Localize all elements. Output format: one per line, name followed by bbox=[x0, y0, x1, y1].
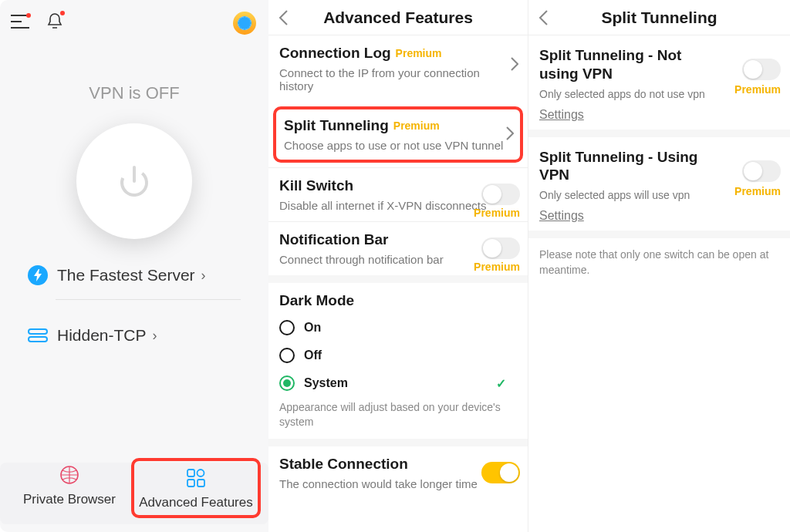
vpn-status: VPN is OFF bbox=[0, 83, 268, 103]
premium-badge: Premium bbox=[396, 47, 442, 59]
not-using-vpn-toggle[interactable] bbox=[742, 59, 781, 80]
dark-mode-group: Dark Mode On Off System✓ Appearance will… bbox=[268, 275, 528, 439]
globe-icon bbox=[59, 464, 80, 486]
protocol-label: Hidden-TCP bbox=[57, 326, 147, 345]
svg-rect-3 bbox=[29, 337, 47, 342]
split-header: Split Tunneling bbox=[528, 0, 790, 35]
bottom-bar: Private Browser Advanced Features bbox=[0, 458, 268, 518]
grid-icon bbox=[185, 467, 207, 489]
svg-rect-7 bbox=[187, 480, 194, 487]
stable-connection-row: Stable Connection The connection would t… bbox=[268, 439, 528, 500]
stable-connection-toggle[interactable] bbox=[481, 462, 520, 483]
home-topbar bbox=[0, 0, 268, 35]
darkmode-on[interactable]: On bbox=[279, 314, 517, 342]
darkmode-hint: Appearance will adjust based on your dev… bbox=[279, 400, 517, 429]
notification-bar-toggle[interactable] bbox=[481, 237, 520, 259]
power-button[interactable] bbox=[76, 123, 192, 239]
private-browser-button[interactable]: Private Browser bbox=[8, 458, 131, 518]
notification-bar-row: Notification Bar Connect through notific… bbox=[268, 221, 528, 275]
back-button[interactable] bbox=[538, 9, 549, 29]
chevron-right-icon: › bbox=[153, 328, 157, 344]
svg-rect-5 bbox=[187, 470, 194, 476]
kill-switch-toggle[interactable] bbox=[481, 184, 520, 205]
premium-label: Premium bbox=[734, 185, 781, 197]
check-icon: ✓ bbox=[496, 376, 506, 391]
split-tunneling-pane: Split Tunneling Split Tunneling - Not us… bbox=[528, 0, 790, 532]
page-title: Advanced Features bbox=[323, 1, 473, 35]
bell-icon[interactable] bbox=[46, 12, 63, 34]
svg-point-6 bbox=[198, 470, 204, 476]
svg-rect-2 bbox=[29, 329, 47, 334]
split-tunneling-row[interactable]: Split Tunneling Premium Choose apps to u… bbox=[273, 106, 523, 163]
advanced-features-button[interactable]: Advanced Features bbox=[131, 458, 261, 518]
back-button[interactable] bbox=[278, 9, 289, 29]
avatar[interactable] bbox=[233, 12, 256, 35]
connection-log-row[interactable]: Connection Log Premium Connect to the IP… bbox=[268, 35, 528, 102]
kill-switch-row: Kill Switch Disable all internet if X-VP… bbox=[268, 167, 528, 221]
menu-icon[interactable] bbox=[11, 15, 29, 32]
advanced-features-pane: Advanced Features Connection Log Premium… bbox=[268, 0, 528, 532]
chevron-right-icon: › bbox=[201, 268, 206, 284]
using-vpn-toggle[interactable] bbox=[742, 160, 781, 182]
private-browser-label: Private Browser bbox=[11, 492, 128, 507]
premium-label: Premium bbox=[734, 83, 781, 96]
home-pane: VPN is OFF The Fastest Server › Hidden-T… bbox=[0, 0, 268, 532]
svg-rect-8 bbox=[198, 480, 204, 487]
chevron-right-icon bbox=[511, 57, 518, 74]
protocol-icon bbox=[28, 328, 48, 343]
advanced-header: Advanced Features bbox=[268, 0, 528, 35]
advanced-features-label: Advanced Features bbox=[137, 495, 255, 510]
chevron-right-icon bbox=[506, 126, 514, 143]
server-row[interactable]: The Fastest Server › bbox=[0, 265, 268, 285]
not-using-vpn-row: Split Tunneling - Not using VPN Only sel… bbox=[528, 35, 790, 137]
settings-link[interactable]: Settings bbox=[539, 108, 584, 122]
premium-label: Premium bbox=[474, 207, 520, 219]
split-note: Please note that only one switch can be … bbox=[528, 238, 790, 287]
premium-label: Premium bbox=[474, 261, 520, 273]
using-vpn-row: Split Tunneling - Using VPN Only selecte… bbox=[528, 137, 790, 239]
darkmode-system[interactable]: System✓ bbox=[279, 369, 517, 397]
premium-badge: Premium bbox=[393, 120, 440, 132]
bolt-icon bbox=[28, 265, 48, 285]
server-label: The Fastest Server bbox=[57, 266, 195, 285]
protocol-row[interactable]: Hidden-TCP › bbox=[0, 326, 268, 345]
darkmode-off[interactable]: Off bbox=[279, 342, 517, 369]
page-title: Split Tunneling bbox=[601, 1, 717, 35]
settings-link[interactable]: Settings bbox=[539, 209, 584, 223]
